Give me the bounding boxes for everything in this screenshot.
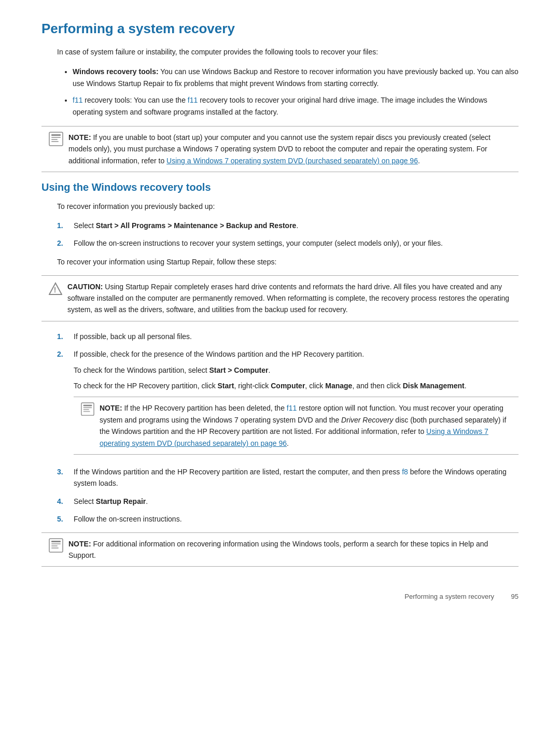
- svg-rect-9: [83, 407, 92, 409]
- caution-text: Using Startup Repair completely erases h…: [67, 283, 509, 314]
- f11-code-1: f11: [73, 96, 82, 104]
- nested-note-icon: [81, 402, 94, 419]
- f8-code: f8: [402, 468, 408, 476]
- footer-text: Performing a system recovery 95: [404, 593, 519, 600]
- step-content-2-2: If possible, check for the presence of t…: [74, 348, 519, 460]
- svg-rect-14: [51, 543, 61, 544]
- nested-note-period: .: [287, 439, 289, 447]
- step-2-4: 4. Select Startup Repair.: [57, 496, 519, 507]
- caution-icon: !: [49, 282, 62, 299]
- svg-rect-4: [51, 141, 59, 142]
- caution-label: CAUTION:: [67, 283, 103, 291]
- note-box-1: NOTE: If you are unable to boot (start u…: [41, 126, 519, 172]
- note-final-text: For additional information on recovering…: [68, 540, 488, 559]
- step-content-1: Select Start > All Programs > Maintenanc…: [74, 220, 519, 231]
- note-final-label: NOTE:: [68, 540, 91, 548]
- note-1-period: .: [418, 157, 420, 165]
- bullet-item-1: Windows recovery tools: You can use Wind…: [73, 67, 519, 87]
- step-content-2-3: If the Windows partition and the HP Reco…: [74, 466, 519, 489]
- note-label-1: NOTE:: [68, 133, 91, 142]
- section-title-2: Using the Windows recovery tools: [41, 181, 519, 193]
- note-1-content: NOTE: If you are unable to boot (start u…: [68, 132, 511, 166]
- step-content-2-1: If possible, back up all personal files.: [74, 331, 519, 342]
- step-num-2: 2.: [57, 237, 67, 249]
- bullet-list: Windows recovery tools: You can use Wind…: [73, 66, 519, 118]
- footer-area: Performing a system recovery 95: [41, 587, 519, 600]
- svg-rect-2: [51, 137, 61, 138]
- step-2-5: 5. Follow the on-screen instructions.: [57, 513, 519, 525]
- step-num-2-5: 5.: [57, 513, 67, 525]
- svg-rect-8: [83, 405, 92, 406]
- note-1-link[interactable]: Using a Windows 7 operating system DVD (…: [166, 157, 418, 165]
- step-num-2-2: 2.: [57, 348, 67, 460]
- step-1-1: 1. Select Start > All Programs > Mainten…: [57, 220, 519, 231]
- steps-list-1: 1. Select Start > All Programs > Mainten…: [57, 220, 519, 249]
- step-2-2-sub1: To check for the Windows partition, sele…: [74, 364, 519, 376]
- caution-content: CAUTION: Using Startup Repair completely…: [67, 281, 511, 316]
- page-title: Performing a system recovery: [41, 21, 519, 37]
- step-num-1: 1.: [57, 220, 67, 231]
- list-item: Windows recovery tools: You can use Wind…: [73, 66, 519, 89]
- step-1-2: 2. Follow the on-screen instructions to …: [57, 237, 519, 249]
- step-2-2-sub2: To check for the HP Recovery partition, …: [74, 380, 519, 391]
- note-final-content: NOTE: For additional information on reco…: [68, 538, 511, 561]
- step-2-2: 2. If possible, check for the presence o…: [57, 348, 519, 460]
- svg-rect-10: [83, 409, 89, 410]
- step-2-1: 1. If possible, back up all personal fil…: [57, 331, 519, 342]
- startup-repair-intro: To recover your information using Startu…: [57, 256, 519, 268]
- bullet-item-2: f11 recovery tools: You can use the f11 …: [73, 96, 487, 116]
- nested-note-1: NOTE: If the HP Recovery partition has b…: [74, 397, 519, 455]
- note-icon-final: [49, 538, 63, 556]
- step-content-2-4: Select Startup Repair.: [74, 496, 519, 507]
- step-content-2-5: Follow the on-screen instructions.: [74, 513, 519, 525]
- note-box-final: NOTE: For additional information on reco…: [41, 532, 519, 567]
- svg-rect-15: [51, 545, 58, 546]
- steps-list-2: 1. If possible, back up all personal fil…: [57, 331, 519, 525]
- svg-rect-16: [51, 547, 59, 549]
- note-icon-1: [49, 132, 63, 149]
- f11-code-3: f11: [287, 404, 297, 412]
- step-content-2: Follow the on-screen instructions to rec…: [74, 237, 519, 249]
- nested-note-label: NOTE:: [100, 404, 122, 412]
- caution-box: ! CAUTION: Using Startup Repair complete…: [41, 275, 519, 321]
- nested-note-content: NOTE: If the HP Recovery partition has b…: [100, 402, 511, 449]
- step-num-2-4: 4.: [57, 496, 67, 507]
- list-item: f11 recovery tools: You can use the f11 …: [73, 94, 519, 118]
- svg-text:!: !: [54, 286, 57, 294]
- recover-intro: To recover information you previously ba…: [57, 201, 519, 212]
- step-2-3: 3. If the Windows partition and the HP R…: [57, 466, 519, 489]
- svg-rect-1: [51, 134, 61, 136]
- intro-paragraph: In case of system failure or instability…: [57, 46, 519, 58]
- f11-code-2: f11: [188, 96, 198, 104]
- svg-rect-13: [51, 541, 61, 542]
- step-2-2-main: If possible, check for the presence of t…: [74, 348, 519, 360]
- svg-rect-3: [51, 139, 58, 140]
- step-num-2-1: 1.: [57, 331, 67, 342]
- step-num-2-3: 3.: [57, 466, 67, 489]
- svg-rect-11: [83, 411, 90, 412]
